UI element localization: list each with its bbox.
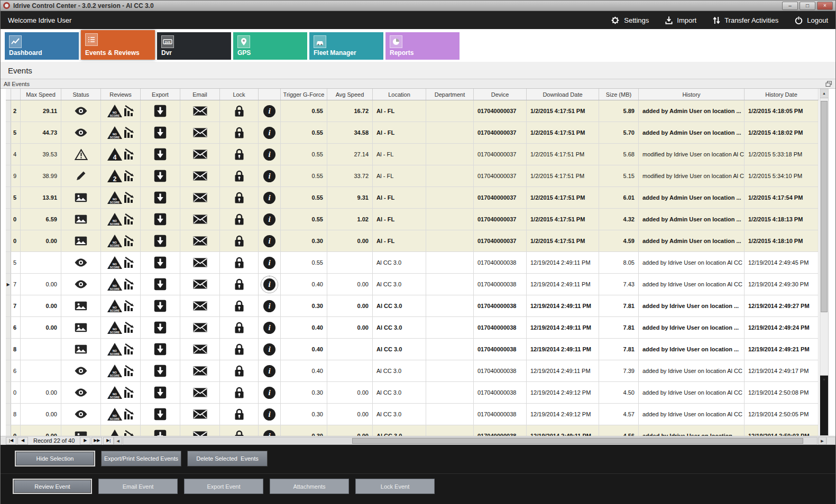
review-score-icon[interactable]: NOSCORE: [107, 429, 123, 436]
column-header-trigger-g-force[interactable]: Trigger G-Force: [281, 89, 327, 100]
export-icon[interactable]: [154, 408, 167, 421]
lock-icon[interactable]: [234, 300, 244, 312]
column-header-status[interactable]: Status: [61, 89, 101, 100]
export-icon[interactable]: [154, 235, 167, 247]
column-header[interactable]: [11, 89, 21, 100]
column-header-location[interactable]: Location: [373, 89, 426, 100]
lock-icon[interactable]: [234, 170, 244, 182]
review-score-icon[interactable]: NOSCORE: [107, 364, 123, 378]
v-scroll-thumb[interactable]: [821, 101, 828, 312]
pager-next-button[interactable]: ▶: [80, 437, 90, 445]
table-row[interactable]: 00.00NOSCOREi0.300.00Al CC 3.00170400000…: [6, 382, 819, 404]
lock-icon[interactable]: [234, 235, 244, 247]
table-row[interactable]: 8NOSCOREi0.40Al CC 3.001704000003812/19/…: [6, 339, 819, 360]
info-icon[interactable]: i: [263, 127, 275, 139]
review-chart-icon[interactable]: [124, 127, 134, 138]
review-chart-icon[interactable]: [124, 343, 134, 355]
tab-events-reviews[interactable]: Events & Reviews: [81, 30, 155, 60]
lock-icon[interactable]: [234, 278, 244, 291]
settings-button[interactable]: Settings: [610, 16, 649, 25]
lock-icon[interactable]: [234, 213, 244, 226]
info-icon[interactable]: i: [263, 192, 275, 204]
email-icon[interactable]: [193, 258, 207, 267]
scroll-left-icon[interactable]: ◀: [114, 437, 122, 445]
table-row[interactable]: 544.73NOSCOREi0.5534.58Al - FL0170400000…: [6, 122, 819, 144]
export-icon[interactable]: [154, 300, 167, 312]
lock-icon[interactable]: [234, 256, 244, 269]
column-header-size-mb-[interactable]: Size (MB): [599, 89, 639, 100]
column-header[interactable]: [6, 89, 11, 100]
column-header-lock[interactable]: Lock: [220, 89, 259, 100]
export-icon[interactable]: [154, 386, 167, 399]
scroll-right-icon[interactable]: ▶: [818, 437, 826, 445]
tab-dvr[interactable]: DVR Dvr: [157, 32, 231, 60]
info-icon[interactable]: i: [263, 387, 275, 399]
email-icon[interactable]: [193, 279, 207, 289]
horizontal-scrollbar[interactable]: [123, 437, 817, 445]
info-icon[interactable]: i: [263, 170, 275, 182]
tab-fleet-manager[interactable]: Fleet Manager: [309, 32, 383, 60]
pager-first-button[interactable]: |◀: [6, 437, 16, 445]
email-event-button[interactable]: Email Event: [98, 479, 178, 494]
column-header-export[interactable]: Export: [141, 89, 180, 100]
review-score-icon[interactable]: NOSCORE: [107, 234, 123, 248]
table-row[interactable]: 70.00NOSCOREi0.300.00Al CC 3.00170400000…: [6, 295, 819, 317]
export-icon[interactable]: [154, 365, 167, 377]
table-row[interactable]: 6NOSCOREi0.40Al CC 3.001704000003812/19/…: [6, 360, 819, 382]
export-icon[interactable]: [154, 105, 167, 117]
review-chart-icon[interactable]: [124, 408, 134, 420]
review-score-icon[interactable]: NOSCORE: [107, 191, 123, 204]
pager-next-page-button[interactable]: ▶▶: [91, 437, 102, 445]
review-score-icon[interactable]: NOSCORE: [107, 342, 123, 356]
import-button[interactable]: Import: [665, 16, 696, 25]
lock-icon[interactable]: [234, 365, 244, 377]
email-icon[interactable]: [193, 236, 207, 246]
lock-event-button[interactable]: Lock Event: [355, 479, 435, 494]
column-header-history[interactable]: History: [639, 89, 745, 100]
lock-icon[interactable]: [234, 126, 244, 139]
review-score-icon[interactable]: NOSCORE: [107, 212, 123, 226]
review-chart-icon[interactable]: [124, 235, 134, 247]
email-icon[interactable]: [193, 344, 207, 354]
table-row[interactable]: 5NOSCOREi0.55Al CC 3.001704000003812/19/…: [6, 252, 819, 274]
lock-icon[interactable]: [234, 408, 244, 421]
review-chart-icon[interactable]: [124, 365, 134, 377]
info-icon[interactable]: i: [263, 408, 275, 421]
info-icon[interactable]: i: [263, 278, 275, 291]
close-button[interactable]: ×: [817, 2, 833, 10]
export-icon[interactable]: [154, 148, 167, 161]
review-score-icon[interactable]: 4: [107, 147, 123, 161]
info-icon[interactable]: i: [263, 300, 275, 312]
table-row[interactable]: 06.59NOSCOREi0.551.02Al - FL017040000037…: [6, 209, 819, 230]
table-row[interactable]: 00.00NOSCOREi0.300.00Al - FL017040000037…: [6, 230, 819, 252]
table-row[interactable]: 80.00NOSCOREi0.300.00Al CC 3.00170400000…: [6, 404, 819, 425]
info-icon[interactable]: i: [263, 343, 275, 356]
info-icon[interactable]: i: [263, 430, 275, 436]
review-chart-icon[interactable]: [124, 105, 134, 117]
review-score-icon[interactable]: NOSCORE: [107, 126, 123, 139]
column-header-device[interactable]: Device: [474, 89, 527, 100]
info-icon[interactable]: i: [263, 322, 275, 334]
review-score-icon[interactable]: 2: [107, 169, 123, 183]
logout-button[interactable]: Logout: [794, 16, 828, 25]
table-row[interactable]: ▶70.00NOSCOREi0.400.00Al CC 3.0017040000…: [6, 274, 819, 295]
review-chart-icon[interactable]: [124, 430, 134, 436]
review-score-icon[interactable]: NOSCORE: [107, 277, 123, 291]
scroll-up-icon[interactable]: ▲: [820, 89, 828, 98]
tab-dashboard[interactable]: Dashboard: [5, 32, 79, 60]
export-icon[interactable]: [154, 321, 167, 334]
column-header-department[interactable]: Department: [426, 89, 474, 100]
export-icon[interactable]: [154, 343, 167, 356]
review-event-button[interactable]: Review Event: [13, 479, 92, 494]
minimize-button[interactable]: –: [782, 2, 798, 10]
table-row[interactable]: 00.00NOSCOREi0.300.00Al CC 3.00170400000…: [6, 425, 819, 436]
tab-reports[interactable]: Reports: [385, 32, 460, 60]
table-row[interactable]: 938.992i0.5533.72Al - FL0170400000371/2/…: [6, 165, 819, 187]
info-icon[interactable]: i: [263, 235, 275, 247]
export-icon[interactable]: [154, 126, 167, 139]
export-print-selected-events-button[interactable]: Export/Print Selected Events: [101, 451, 181, 466]
column-header-max-speed[interactable]: Max Speed: [21, 89, 61, 100]
table-row[interactable]: 229.11NOSCOREi0.5516.72Al - FL0170400000…: [6, 100, 819, 122]
column-header-download-date[interactable]: Download Date: [527, 89, 599, 100]
scroll-down-icon[interactable]: ▼: [820, 375, 828, 435]
